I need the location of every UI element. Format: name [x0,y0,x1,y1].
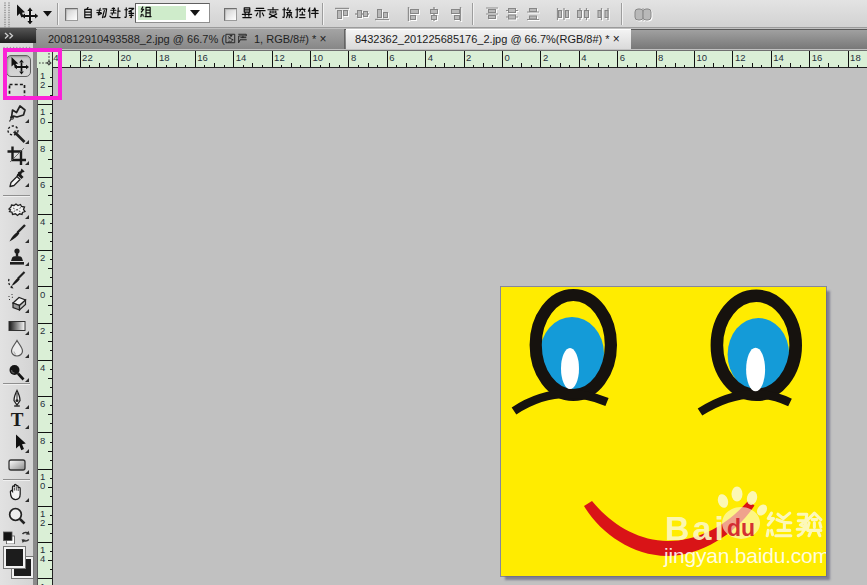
svg-text:10: 10 [313,52,324,63]
svg-text:4: 4 [40,216,45,227]
svg-text:4: 4 [581,52,586,63]
svg-text:2: 2 [466,52,471,63]
svg-text:Bai: Bai [665,509,727,547]
svg-text:2: 2 [40,252,45,263]
svg-text:2: 2 [40,517,45,528]
svg-text:0: 0 [40,289,45,300]
svg-text:12: 12 [735,52,746,63]
svg-text:14: 14 [773,52,784,63]
svg-text:0: 0 [505,52,510,63]
svg-text:6: 6 [40,179,45,190]
svg-text:0: 0 [40,480,45,491]
svg-text:6: 6 [40,398,45,409]
svg-text:8: 8 [351,52,356,63]
svg-text:8: 8 [40,435,45,446]
svg-text:18: 18 [850,52,861,63]
svg-text:8: 8 [658,52,663,63]
svg-text:18: 18 [159,52,170,63]
svg-text:4: 4 [40,553,45,564]
svg-text:2: 2 [40,325,45,336]
svg-text:jingyan.baidu.com: jingyan.baidu.com [663,544,826,567]
svg-text:du: du [727,515,755,541]
svg-text:T: T [11,409,24,430]
svg-text:16: 16 [197,52,208,63]
svg-text:14: 14 [236,52,247,63]
svg-text:0: 0 [40,115,45,126]
svg-text:20: 20 [121,52,132,63]
svg-text:10: 10 [697,52,708,63]
svg-text:6: 6 [389,52,394,63]
svg-text:8: 8 [40,143,45,154]
svg-text:16: 16 [812,52,823,63]
svg-text:22: 22 [82,52,93,63]
svg-text:2: 2 [543,52,548,63]
svg-text:12: 12 [274,52,285,63]
svg-text:6: 6 [620,52,625,63]
svg-text:4: 4 [428,52,433,63]
svg-text:4: 4 [40,362,45,373]
svg-text:1: 1 [40,581,45,585]
